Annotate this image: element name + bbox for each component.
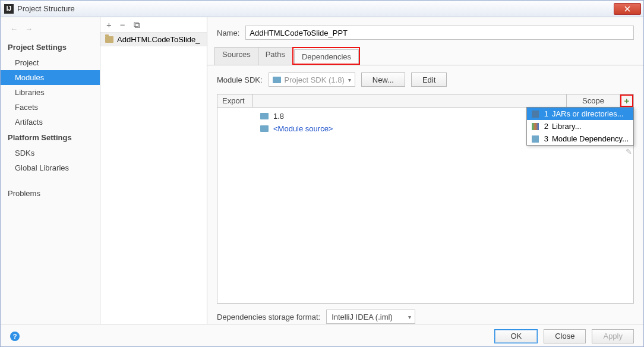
module-sdk-label: Module SDK:: [217, 75, 263, 84]
module-name-label: AddHTMLCodeToSlide_: [117, 35, 200, 44]
module-tree-item[interactable]: AddHTMLCodeToSlide_: [100, 33, 207, 46]
storage-format-value: IntelliJ IDEA (.iml): [332, 313, 393, 321]
sdk-icon: [260, 113, 269, 119]
col-dependency: [253, 94, 567, 107]
sdk-edit-button[interactable]: Edit: [411, 72, 447, 87]
col-export[interactable]: Export: [217, 94, 253, 107]
nav-back-icon[interactable]: ←: [10, 24, 18, 33]
dependency-label: <Module source>: [273, 124, 333, 133]
app-icon: IJ: [4, 4, 14, 14]
module-tree-panel: + − ⧉ AddHTMLCodeToSlide_: [100, 17, 207, 324]
dialog-buttons: ? OK Close Apply: [1, 324, 643, 347]
folder-icon: [105, 36, 113, 43]
sidebar-item-project[interactable]: Project: [1, 55, 100, 70]
sidebar-item-sdks[interactable]: SDKs: [1, 146, 100, 160]
module-tabs: Sources Paths Dependencies: [207, 47, 643, 65]
chevron-down-icon: ▾: [408, 314, 411, 320]
sidebar: ← → Project Settings Project Modules Lib…: [1, 17, 100, 324]
sidebar-section-project: Project Settings: [1, 39, 100, 55]
chevron-down-icon: ▾: [348, 77, 351, 83]
sidebar-item-global-libraries[interactable]: Global Libraries: [1, 160, 100, 175]
add-module-icon[interactable]: +: [106, 20, 112, 30]
remove-module-icon[interactable]: −: [120, 20, 125, 30]
sdk-new-button[interactable]: New...: [361, 72, 405, 87]
menu-item-module-dependency[interactable]: 3 Module Dependency...: [527, 133, 633, 145]
menu-item-library[interactable]: 2 Library...: [527, 120, 633, 133]
module-source-icon: [260, 125, 269, 132]
sidebar-item-problems[interactable]: Problems: [1, 186, 100, 201]
tab-paths[interactable]: Paths: [258, 47, 293, 65]
module-dep-icon: [532, 135, 539, 143]
close-icon: [624, 6, 630, 12]
cancel-button[interactable]: Close: [544, 329, 586, 343]
tab-dependencies[interactable]: Dependencies: [294, 49, 359, 64]
dependency-label: 1.8: [273, 112, 284, 121]
titlebar: IJ Project Structure: [1, 1, 643, 17]
sidebar-item-libraries[interactable]: Libraries: [1, 85, 100, 100]
jar-icon: [532, 111, 539, 118]
tab-sources[interactable]: Sources: [214, 47, 258, 65]
close-window-button[interactable]: [614, 3, 641, 15]
window-title: Project Structure: [17, 4, 75, 13]
help-button[interactable]: ?: [10, 332, 20, 341]
edit-pencil-icon[interactable]: ✎: [626, 147, 632, 156]
sidebar-section-platform: Platform Settings: [1, 130, 100, 146]
storage-format-label: Dependencies storage format:: [217, 313, 320, 321]
storage-format-select[interactable]: IntelliJ IDEA (.iml) ▾: [326, 310, 415, 324]
sidebar-item-artifacts[interactable]: Artifacts: [1, 115, 100, 130]
sidebar-item-facets[interactable]: Facets: [1, 100, 100, 115]
ok-button[interactable]: OK: [494, 329, 538, 343]
library-icon: [532, 123, 539, 130]
module-sdk-select[interactable]: Project SDK (1.8) ▾: [269, 72, 355, 87]
name-label: Name:: [217, 29, 239, 37]
add-dependency-button[interactable]: +: [620, 94, 633, 107]
content-panel: Name: Sources Paths Dependencies Module …: [207, 17, 643, 324]
menu-item-jars[interactable]: 1 JARs or directories...: [527, 108, 633, 120]
add-dependency-menu: 1 JARs or directories... 2 Library... 3 …: [526, 107, 634, 146]
dependencies-table: Export Scope + 1.8 <Module source> 1: [217, 94, 634, 304]
apply-button[interactable]: Apply: [592, 329, 634, 343]
sidebar-item-modules[interactable]: Modules: [1, 70, 100, 85]
col-scope[interactable]: Scope: [567, 94, 620, 107]
sdk-folder-icon: [273, 77, 281, 83]
module-sdk-value: Project SDK (1.8): [285, 75, 345, 84]
nav-forward-icon[interactable]: →: [25, 24, 33, 33]
copy-module-icon[interactable]: ⧉: [134, 20, 140, 30]
module-name-input[interactable]: [245, 26, 634, 40]
